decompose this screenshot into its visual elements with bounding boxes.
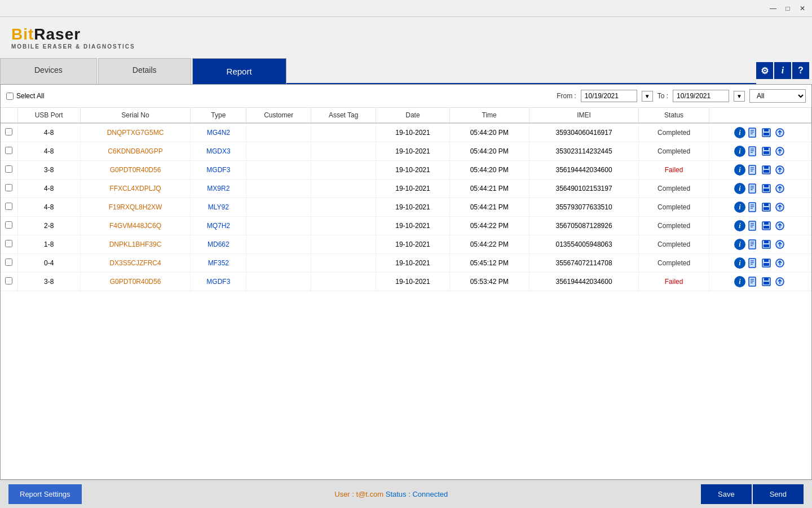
row-upload-icon-6[interactable]	[774, 238, 786, 251]
row-save-icon-7[interactable]	[760, 257, 773, 269]
row-doc-icon-8[interactable]	[747, 275, 759, 288]
row-info-icon-3[interactable]: i	[734, 183, 745, 194]
col-type: Type	[191, 108, 246, 123]
row-customer	[246, 198, 311, 217]
row-checkbox-2[interactable]	[5, 165, 12, 173]
tab-report[interactable]: Report	[192, 58, 286, 84]
row-save-icon-4[interactable]	[760, 201, 773, 213]
row-doc-icon-6[interactable]	[747, 238, 759, 251]
minimize-button[interactable]: —	[768, 3, 778, 14]
row-checkbox-8[interactable]	[5, 277, 12, 284]
svg-rect-23	[764, 166, 769, 169]
svg-rect-60	[764, 244, 769, 247]
send-button[interactable]: Send	[753, 484, 804, 504]
row-doc-icon-4[interactable]	[747, 201, 759, 213]
row-info-icon-7[interactable]: i	[734, 257, 745, 269]
row-save-icon-1[interactable]	[760, 145, 773, 157]
row-checkbox-cell[interactable]	[1, 123, 17, 142]
svg-rect-0	[749, 128, 756, 137]
row-checkbox-1[interactable]	[5, 147, 12, 154]
row-checkbox-cell[interactable]	[1, 217, 17, 235]
row-time: 05:44:20 PM	[449, 123, 529, 142]
row-info-icon-4[interactable]: i	[734, 202, 745, 213]
info-button[interactable]: i	[774, 62, 791, 79]
row-checkbox-0[interactable]	[5, 128, 12, 135]
row-upload-icon-2[interactable]	[774, 164, 786, 176]
settings-button[interactable]: ⚙	[756, 62, 773, 79]
row-doc-icon-2[interactable]	[747, 164, 759, 176]
row-doc-icon-5[interactable]	[747, 220, 759, 232]
row-status: Completed	[639, 217, 709, 235]
row-usb: 3-8	[17, 273, 80, 291]
svg-rect-63	[749, 259, 756, 268]
row-save-icon-8[interactable]	[760, 275, 773, 288]
row-checkbox-7[interactable]	[5, 259, 12, 266]
row-checkbox-cell[interactable]	[1, 179, 17, 198]
row-save-icon-6[interactable]	[760, 238, 773, 251]
row-checkbox-cell[interactable]	[1, 161, 17, 179]
to-date-dropdown[interactable]: ▼	[734, 91, 745, 102]
row-serial: F4GVM448JC6Q	[80, 217, 190, 235]
row-save-icon-3[interactable]	[760, 182, 773, 195]
row-upload-icon-8[interactable]	[774, 275, 786, 288]
row-upload-icon-5[interactable]	[774, 220, 786, 232]
row-imei: 359304060416917	[529, 123, 638, 142]
row-info-icon-6[interactable]: i	[734, 239, 745, 250]
row-actions: i	[709, 217, 811, 235]
close-button[interactable]: ✕	[797, 3, 807, 14]
col-serial-no: Serial No	[80, 108, 190, 123]
row-date: 19-10-2021	[376, 254, 449, 273]
row-imei: 356194442034600	[529, 161, 638, 179]
row-checkbox-6[interactable]	[5, 240, 12, 247]
row-customer	[246, 273, 311, 291]
row-upload-icon-1[interactable]	[774, 145, 786, 157]
row-save-icon-0[interactable]	[760, 126, 773, 139]
table-row: 1-8 DNPKL1BHF39C MD662 19-10-2021 05:44:…	[1, 235, 811, 254]
row-customer	[246, 235, 311, 254]
report-settings-button[interactable]: Report Settings	[8, 484, 82, 504]
row-doc-icon-0[interactable]	[747, 126, 759, 139]
row-checkbox-cell[interactable]	[1, 142, 17, 161]
row-checkbox-cell[interactable]	[1, 273, 17, 291]
help-button[interactable]: ?	[792, 62, 809, 79]
row-upload-icon-3[interactable]	[774, 182, 786, 195]
row-checkbox-cell[interactable]	[1, 254, 17, 273]
col-actions	[709, 108, 811, 123]
bottom-right-buttons: Save Send	[701, 484, 804, 504]
row-doc-icon-1[interactable]	[747, 145, 759, 157]
row-info-icon-2[interactable]: i	[734, 164, 745, 176]
svg-rect-5	[764, 129, 769, 132]
row-upload-icon-0[interactable]	[774, 126, 786, 139]
from-date-dropdown[interactable]: ▼	[642, 91, 653, 102]
from-date-input[interactable]	[581, 90, 637, 102]
row-info-icon-1[interactable]: i	[734, 146, 745, 157]
maximize-button[interactable]: □	[783, 3, 793, 14]
row-upload-icon-4[interactable]	[774, 201, 786, 213]
row-upload-icon-7[interactable]	[774, 257, 786, 269]
status-filter-dropdown[interactable]: All	[749, 89, 806, 103]
svg-rect-9	[749, 147, 756, 156]
row-info-icon-8[interactable]: i	[734, 276, 745, 287]
save-button[interactable]: Save	[701, 484, 752, 504]
select-all-checkbox[interactable]	[6, 93, 14, 100]
to-date-input[interactable]	[673, 90, 729, 102]
tab-details[interactable]: Details	[98, 58, 191, 84]
row-doc-icon-7[interactable]	[747, 257, 759, 269]
svg-rect-77	[764, 278, 769, 281]
row-save-icon-2[interactable]	[760, 164, 773, 176]
row-save-icon-5[interactable]	[760, 220, 773, 232]
row-checkbox-5[interactable]	[5, 221, 12, 229]
row-checkbox-3[interactable]	[5, 184, 12, 191]
svg-rect-33	[764, 189, 769, 191]
svg-rect-69	[764, 263, 769, 266]
row-checkbox-cell[interactable]	[1, 198, 17, 217]
row-info-icon-0[interactable]: i	[734, 127, 745, 138]
row-checkbox-4[interactable]	[5, 203, 12, 210]
row-info-icon-5[interactable]: i	[734, 220, 745, 231]
tab-devices[interactable]: Devices	[0, 58, 97, 84]
row-status: Completed	[639, 179, 709, 198]
row-doc-icon-3[interactable]	[747, 182, 759, 195]
row-checkbox-cell[interactable]	[1, 235, 17, 254]
header: BitRaser MOBILE ERASER & DIAGNOSTICS	[0, 17, 812, 55]
select-all-label[interactable]: Select All	[6, 92, 44, 100]
